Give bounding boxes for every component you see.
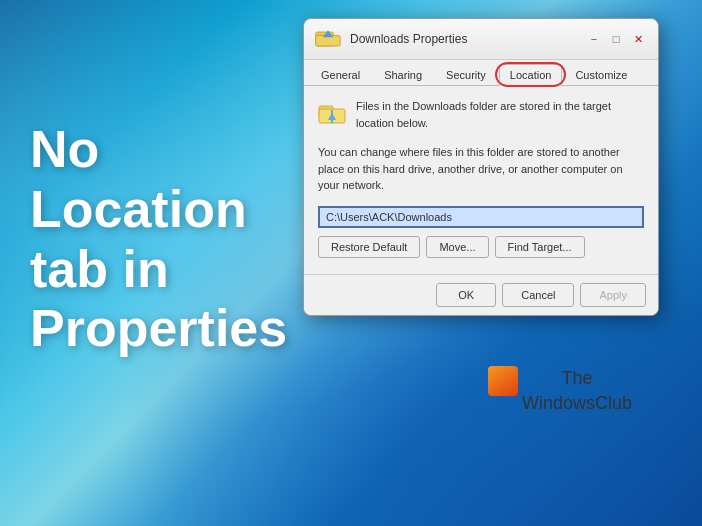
tab-customize[interactable]: Customize [564, 64, 638, 85]
info-section: Files in the Downloads folder are stored… [318, 98, 644, 132]
dialog-window: Downloads Properties − □ ✕ General Shari… [303, 18, 659, 316]
find-target-button[interactable]: Find Target... [495, 236, 585, 258]
description-text: You can change where files in this folde… [318, 144, 644, 194]
minimize-button[interactable]: − [584, 29, 604, 49]
folder-icon-area [318, 100, 346, 132]
title-bar: Downloads Properties − □ ✕ [304, 19, 658, 60]
watermark-icon [488, 366, 518, 396]
info-text: Files in the Downloads folder are stored… [356, 98, 644, 131]
dialog-title: Downloads Properties [350, 32, 576, 46]
move-button[interactable]: Move... [426, 236, 488, 258]
ok-button[interactable]: OK [436, 283, 496, 307]
tabs-bar: General Sharing Security Location Custom… [304, 60, 658, 86]
hero-text: NoLocationtab inProperties [30, 120, 287, 359]
tab-security[interactable]: Security [435, 64, 497, 85]
tab-general[interactable]: General [310, 64, 371, 85]
action-buttons: Restore Default Move... Find Target... [318, 236, 644, 258]
dialog-bottom-bar: OK Cancel Apply [304, 274, 658, 315]
apply-button[interactable]: Apply [580, 283, 646, 307]
close-button[interactable]: ✕ [628, 29, 648, 49]
watermark: The WindowsClub [488, 366, 632, 416]
tab-location[interactable]: Location [499, 64, 563, 86]
folder-down-icon [318, 100, 346, 128]
maximize-button[interactable]: □ [606, 29, 626, 49]
tab-sharing[interactable]: Sharing [373, 64, 433, 85]
dialog-content: Files in the Downloads folder are stored… [304, 86, 658, 274]
watermark-text: The WindowsClub [522, 366, 632, 416]
title-bar-controls: − □ ✕ [584, 29, 648, 49]
title-bar-icon [314, 25, 342, 53]
tab-location-wrapper: Location [499, 64, 563, 85]
restore-default-button[interactable]: Restore Default [318, 236, 420, 258]
path-input[interactable] [318, 206, 644, 228]
cancel-button[interactable]: Cancel [502, 283, 574, 307]
